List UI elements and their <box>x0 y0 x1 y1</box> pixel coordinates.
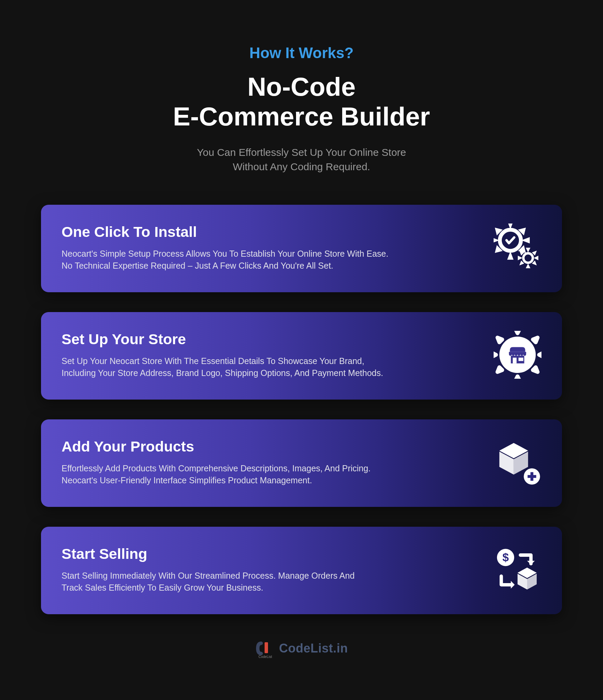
desc-line-2: Neocart's User-Friendly Interface Simpli… <box>62 475 312 485</box>
svg-point-1 <box>523 253 533 263</box>
svg-point-2 <box>499 337 536 373</box>
page-title: No-Code E-Commerce Builder <box>0 72 603 132</box>
svg-rect-4 <box>513 358 517 363</box>
feature-card-setup: Set Up Your Store Set Up Your Neocart St… <box>41 312 562 400</box>
card-title: Set Up Your Store <box>62 331 494 348</box>
install-gears-icon <box>494 224 541 271</box>
store-gear-icon <box>494 331 541 379</box>
card-title: Start Selling <box>62 546 494 562</box>
feature-card-products: Add Your Products Effortlessly Add Produ… <box>41 419 562 507</box>
card-title: One Click To Install <box>62 224 494 240</box>
subtitle-line-1: You Can Effortlessly Set Up Your Online … <box>197 147 406 158</box>
desc-line-1: Set Up Your Neocart Store With The Essen… <box>62 356 364 366</box>
page-subtitle: You Can Effortlessly Set Up Your Online … <box>0 145 603 174</box>
desc-line-1: Start Selling Immediately With Our Strea… <box>62 571 354 580</box>
svg-rect-5 <box>519 358 523 361</box>
section-eyebrow: How It Works? <box>0 44 603 62</box>
card-description: Start Selling Immediately With Our Strea… <box>62 570 420 594</box>
feature-card-selling: Start Selling Start Selling Immediately … <box>41 527 562 614</box>
desc-line-2: Track Sales Efficiently To Easily Grow Y… <box>62 583 263 592</box>
svg-rect-11 <box>265 642 268 653</box>
card-text: Add Your Products Effortlessly Add Produ… <box>62 438 494 486</box>
desc-line-1: Effortlessly Add Products With Comprehen… <box>62 463 371 473</box>
footer-sublabel: CodeList <box>259 655 272 659</box>
card-text: One Click To Install Neocart's Simple Se… <box>62 224 494 272</box>
desc-line-1: Neocart's Simple Setup Process Allows Yo… <box>62 249 388 258</box>
feature-cards: One Click To Install Neocart's Simple Se… <box>0 205 603 614</box>
card-title: Add Your Products <box>62 438 494 455</box>
subtitle-line-2: Without Any Coding Required. <box>233 161 370 172</box>
title-line-2: E-Commerce Builder <box>173 102 430 131</box>
svg-rect-8 <box>531 472 533 481</box>
desc-line-2: No Technical Expertise Required – Just A… <box>62 261 333 270</box>
svg-text:$: $ <box>502 551 509 564</box>
card-description: Effortlessly Add Products With Comprehen… <box>62 462 420 486</box>
header-section: How It Works? No-Code E-Commerce Builder… <box>0 44 603 174</box>
card-description: Neocart's Simple Setup Process Allows Yo… <box>62 248 420 272</box>
box-plus-icon <box>494 438 541 486</box>
footer-logo-icon: CodeList <box>255 638 276 659</box>
feature-card-install: One Click To Install Neocart's Simple Se… <box>41 205 562 292</box>
card-text: Set Up Your Store Set Up Your Neocart St… <box>62 331 494 379</box>
sales-cycle-icon: $ <box>494 546 541 593</box>
desc-line-2: Including Your Store Address, Brand Logo… <box>62 368 383 378</box>
footer-brand-text: CodeList.in <box>279 641 348 656</box>
card-text: Start Selling Start Selling Immediately … <box>62 546 494 594</box>
title-line-1: No-Code <box>247 72 356 101</box>
card-description: Set Up Your Neocart Store With The Essen… <box>62 355 420 379</box>
footer: CodeList CodeList.in <box>0 638 603 659</box>
